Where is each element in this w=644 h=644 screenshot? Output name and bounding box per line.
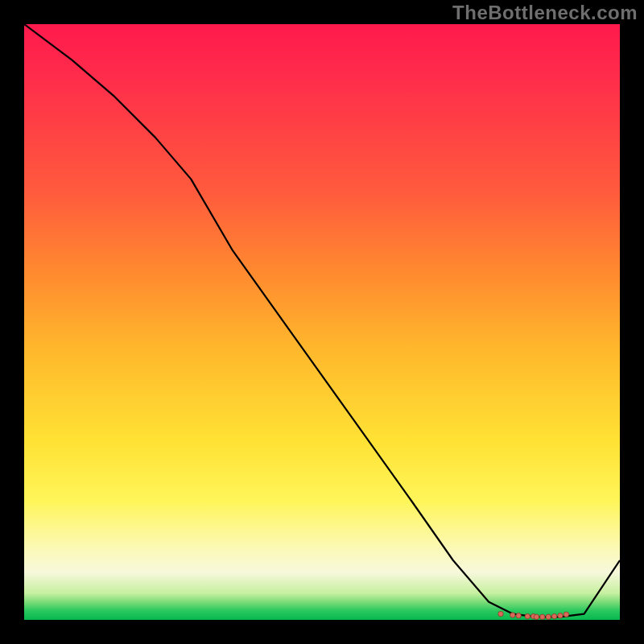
optimal-marker-dot [498, 611, 503, 616]
plot-area [24, 24, 620, 620]
optimal-marker-dot [525, 613, 530, 618]
optimal-marker-dot [551, 613, 556, 618]
optimal-marker-dot [516, 613, 521, 618]
chart-svg [24, 24, 620, 620]
chart-stage: TheBottleneck.com [0, 0, 644, 644]
optimal-marker-dot [540, 614, 545, 619]
bottleneck-curve [24, 24, 620, 617]
optimal-marker-dot [510, 613, 515, 617]
optimal-marker-dot [558, 613, 563, 618]
optimal-marker-dot [546, 614, 551, 619]
optimal-marker-dot [534, 614, 539, 619]
watermark-text: TheBottleneck.com [452, 2, 638, 24]
optimal-marker-dot [564, 612, 568, 617]
